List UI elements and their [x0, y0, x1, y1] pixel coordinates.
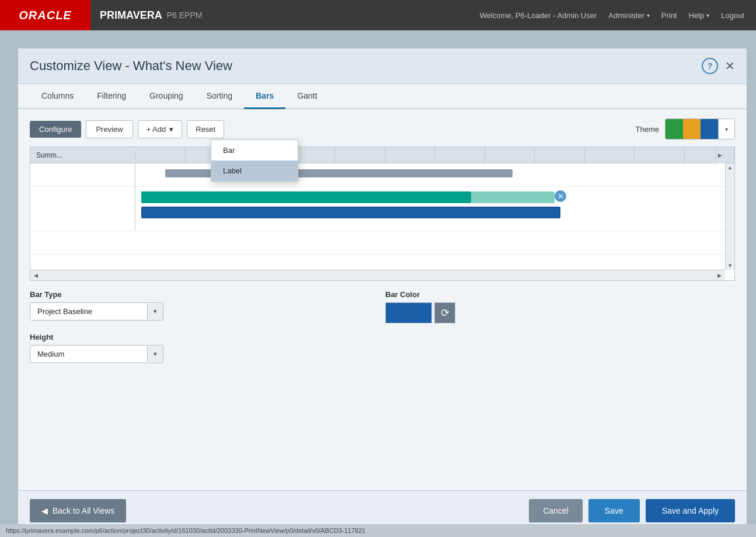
dropdown-item-bar[interactable]: Bar [211, 140, 298, 161]
gantt-col-9 [535, 147, 585, 163]
print-button[interactable]: Print [661, 11, 677, 20]
tab-bar: Columns Filtering Grouping Sorting Bars … [18, 84, 747, 109]
height-group: Height Medium ▾ [30, 333, 163, 363]
tab-sorting[interactable]: Sorting [195, 84, 244, 109]
tab-grouping[interactable]: Grouping [138, 84, 195, 109]
theme-color-orange[interactable] [683, 119, 701, 139]
height-value: Medium [30, 346, 147, 362]
dialog-body: Configure Preview + Add ▾ Reset Theme ▾ [18, 109, 747, 490]
dialog-header: Customize View - What's New View ? ✕ [18, 48, 747, 84]
save-and-apply-button[interactable]: Save and Apply [646, 499, 735, 522]
preview-button[interactable]: Preview [86, 120, 133, 138]
theme-label: Theme [636, 125, 659, 134]
oracle-logo: ORACLE [0, 0, 90, 30]
gantt-teal-secondary-bar[interactable] [471, 191, 555, 203]
gantt-scroll-right-top[interactable]: ▶ [715, 147, 724, 163]
dialog-header-icons: ? ✕ [702, 58, 735, 74]
logout-button[interactable]: Logout [721, 11, 744, 20]
dialog-title: Customize View - What's New View [30, 58, 232, 74]
gantt-col-12 [685, 147, 735, 163]
bar-type-select[interactable]: Project Baseline ▾ [30, 302, 163, 320]
status-bar-text: https://primavera.example.com/p6/action/… [6, 527, 365, 534]
page-background: Customize View - What's New View ? ✕ Col… [0, 30, 756, 537]
bar-color-group: Bar Color ⟳ [385, 290, 455, 323]
theme-dropdown-arrow[interactable]: ▾ [718, 119, 734, 139]
properties-section: Bar Type Project Baseline ▾ Bar Color ⟳ [30, 290, 735, 363]
gantt-blue-baseline-bar[interactable] [141, 207, 560, 218]
theme-color-blue[interactable] [701, 119, 718, 139]
gantt-col-10 [585, 147, 635, 163]
bar-type-label: Bar Type [30, 290, 163, 299]
cancel-button[interactable]: Cancel [529, 499, 583, 522]
scroll-right-arrow[interactable]: ▶ [714, 271, 725, 280]
gantt-summary-row-label [30, 163, 135, 186]
add-dropdown-arrow: ▾ [169, 125, 173, 134]
gantt-col-1 [135, 147, 186, 163]
back-arrow-icon: ◀ [41, 506, 48, 515]
nav-right: Welcome, P6-Loader - Admin User Administ… [480, 11, 756, 20]
gantt-col-5 [335, 147, 385, 163]
app-version: P6 EPPM [167, 11, 203, 20]
administer-menu[interactable]: Administer [608, 11, 649, 20]
close-button[interactable]: ✕ [725, 60, 735, 72]
status-bar: https://primavera.example.com/p6/action/… [0, 524, 756, 537]
prop-row-1: Bar Type Project Baseline ▾ Bar Color ⟳ [30, 290, 735, 323]
scroll-down-arrow[interactable]: ▼ [726, 261, 734, 270]
welcome-text: Welcome, P6-Loader - Admin User [480, 11, 597, 20]
bar-color-swatch[interactable] [385, 302, 432, 323]
theme-picker[interactable]: ▾ [665, 118, 735, 140]
height-select[interactable]: Medium ▾ [30, 345, 163, 363]
prop-row-2: Height Medium ▾ [30, 333, 735, 363]
help-menu[interactable]: Help [688, 11, 709, 20]
color-picker-group: ⟳ [385, 302, 455, 323]
gantt-chart-area: Summ... [30, 147, 735, 281]
gantt-col-6 [385, 147, 436, 163]
gantt-header-row: Summ... [30, 147, 734, 163]
gantt-col-7 [435, 147, 485, 163]
app-name: PRIMAVERA [100, 9, 162, 22]
gantt-bar-row-label [30, 187, 135, 231]
gantt-summary-row [30, 163, 734, 187]
bar-type-value: Project Baseline [30, 303, 147, 320]
theme-section: Theme ▾ [636, 118, 735, 140]
color-picker-icon: ⟳ [441, 306, 450, 319]
footer-right: Cancel Save Save and Apply [529, 499, 735, 522]
gantt-scrollbar-h[interactable]: ◀ ▶ [30, 270, 725, 280]
back-button-label: Back to All Views [53, 506, 114, 515]
toolbar-row: Configure Preview + Add ▾ Reset Theme ▾ [30, 118, 735, 140]
tab-filtering[interactable]: Filtering [85, 84, 138, 109]
add-dropdown-menu: Bar Label [211, 140, 298, 182]
gantt-bar-row: ✕ [30, 187, 734, 231]
bar-color-label: Bar Color [385, 290, 455, 299]
height-label: Height [30, 333, 163, 341]
save-button[interactable]: Save [588, 499, 640, 522]
configure-button[interactable]: Configure [30, 121, 81, 138]
height-arrow[interactable]: ▾ [147, 346, 163, 362]
add-button-label: + Add [147, 125, 166, 134]
add-button[interactable]: + Add ▾ [138, 120, 183, 138]
customize-view-dialog: Customize View - What's New View ? ✕ Col… [18, 48, 747, 531]
dropdown-item-label[interactable]: Label [211, 161, 298, 181]
gantt-bar-close-button[interactable]: ✕ [555, 190, 566, 202]
gantt-empty-row-1 [30, 231, 734, 254]
scroll-up-arrow[interactable]: ▲ [726, 163, 734, 172]
top-nav: ORACLE PRIMAVERA P6 EPPM Welcome, P6-Loa… [0, 0, 756, 30]
bar-type-arrow[interactable]: ▾ [147, 304, 163, 319]
color-picker-button[interactable]: ⟳ [434, 302, 455, 323]
gantt-label-col-header: Summ... [30, 151, 135, 159]
gantt-col-11 [635, 147, 685, 163]
gantt-col-8 [485, 147, 535, 163]
gantt-teal-primary-bar[interactable] [141, 191, 471, 203]
help-icon-button[interactable]: ? [702, 58, 718, 74]
theme-color-green[interactable] [666, 119, 683, 139]
tab-bars[interactable]: Bars [244, 84, 285, 109]
tab-columns[interactable]: Columns [30, 84, 85, 109]
back-to-all-views-button[interactable]: ◀ Back to All Views [30, 499, 126, 522]
gantt-bar-row-content: ✕ [135, 187, 734, 231]
gantt-scrollbar-v[interactable]: ▲ ▼ [725, 163, 734, 270]
gantt-summary-header: Summ... [36, 151, 62, 159]
reset-button[interactable]: Reset [187, 120, 224, 138]
scroll-left-arrow[interactable]: ◀ [30, 271, 41, 280]
bar-type-group: Bar Type Project Baseline ▾ [30, 290, 163, 323]
tab-gantt[interactable]: Gantt [285, 84, 329, 109]
